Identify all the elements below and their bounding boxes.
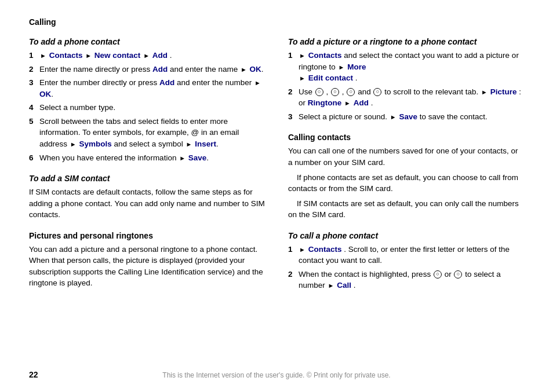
picture-keyword: Picture xyxy=(490,87,517,96)
step-2: 2 Enter the name directly or press Add a… xyxy=(29,64,265,75)
arrow-icon: ► xyxy=(70,141,77,148)
step-4: 4 Select a number type. xyxy=(29,102,265,113)
nav-button-4: ○ xyxy=(373,88,381,96)
edit-contact-keyword: Edit contact xyxy=(308,74,353,82)
arrow-icon: ► xyxy=(299,52,305,59)
arrow-icon: ► xyxy=(328,282,334,289)
ok-keyword: OK xyxy=(250,65,261,74)
call-button-2: ○ xyxy=(454,270,462,279)
section-title-add-picture: To add a picture or a ringtone to a phon… xyxy=(288,37,524,46)
sim-contact-text: If SIM contacts are default contacts, fo… xyxy=(29,186,265,221)
arrow-icon: ► xyxy=(299,75,305,82)
save-keyword: Save xyxy=(188,153,207,162)
arrow-icon: ► xyxy=(390,113,396,120)
call-phone-steps: 1 ► Contacts . Scroll to, or enter the f… xyxy=(288,244,524,291)
symbols-keyword: Symbols xyxy=(79,140,111,148)
arrow-icon: ► xyxy=(481,89,487,96)
pictures-ringtones-text: You can add a picture and a personal rin… xyxy=(29,244,265,289)
section-add-sim-contact: To add a SIM contact If SIM contacts are… xyxy=(29,174,265,221)
arrow-icon: ► xyxy=(186,141,192,148)
add-keyword: Add xyxy=(354,98,369,107)
add-keyword: Add xyxy=(152,51,168,60)
more-keyword: More xyxy=(347,63,366,71)
section-call-phone-contact: To call a phone contact 1 ► Contacts . S… xyxy=(288,231,524,291)
arrow-icon: ► xyxy=(241,66,247,73)
add-keyword: Add xyxy=(159,78,174,87)
picture-step-1: 1 ► Contacts and select the contact you … xyxy=(288,50,524,84)
nav-button-1: ○ xyxy=(315,88,323,96)
step-6: 6 When you have entered the information … xyxy=(29,152,265,164)
calling-contacts-p2: If phone contacts are set as default, yo… xyxy=(288,172,524,195)
call-step-2: 2 When the contact is highlighted, press… xyxy=(288,269,524,291)
step-3: 3 Enter the number directly or press Add… xyxy=(29,77,265,100)
step-5: 5 Scroll between the tabs and select fie… xyxy=(29,116,265,150)
calling-contacts-p3: If SIM contacts are set as default, you … xyxy=(288,198,524,221)
new-contact-keyword: New contact xyxy=(94,51,141,60)
ringtone-keyword: Ringtone xyxy=(308,98,342,107)
section-add-phone-contact: To add a phone contact 1 ► Contacts ► Ne… xyxy=(29,37,265,163)
arrow-icon: ► xyxy=(254,79,261,86)
call-keyword: Call xyxy=(337,281,351,290)
call-button-1: ○ xyxy=(434,270,442,279)
header-title: Calling xyxy=(29,17,56,27)
nav-button-2: ○ xyxy=(331,88,339,96)
page-header: Calling xyxy=(29,17,524,27)
ok-keyword: OK xyxy=(39,90,51,98)
section-title-add-sim: To add a SIM contact xyxy=(29,174,265,183)
picture-step-2: 2 Use ○ , ○ , ○ and ○ to scroll to the r… xyxy=(288,86,524,109)
arrow-icon: ► xyxy=(299,246,305,253)
add-keyword: Add xyxy=(152,65,168,74)
step-1: 1 ► Contacts ► New contact ► Add xyxy=(29,50,265,61)
arrow-icon: ► xyxy=(344,100,351,107)
page-footer: This is the Internet version of the user… xyxy=(0,371,553,379)
section-title-call-phone: To call a phone contact xyxy=(288,231,524,240)
section-title-add-phone: To add a phone contact xyxy=(29,37,265,46)
save-keyword: Save xyxy=(399,112,418,121)
contacts-keyword: Contacts xyxy=(308,245,342,254)
arrow-icon: ► xyxy=(179,155,185,162)
section-add-picture-ringtone: To add a picture or a ringtone to a phon… xyxy=(288,37,524,122)
arrow-icon: ► xyxy=(339,64,345,71)
section-calling-contacts: Calling contacts You can call one of the… xyxy=(288,133,524,220)
contacts-keyword: Contacts xyxy=(308,51,342,60)
right-column: To add a picture or a ringtone to a phon… xyxy=(288,37,524,302)
section-pictures-ringtones: Pictures and personal ringtones You can … xyxy=(29,231,265,289)
left-column: To add a phone contact 1 ► Contacts ► Ne… xyxy=(29,37,265,302)
add-picture-steps: 1 ► Contacts and select the contact you … xyxy=(288,50,524,122)
arrow-icon: ► xyxy=(143,52,150,59)
picture-step-3: 3 Select a picture or sound. ► Save to s… xyxy=(288,111,524,123)
section-title-calling: Calling contacts xyxy=(288,133,524,142)
footer-text: This is the Internet version of the user… xyxy=(162,371,390,379)
add-phone-steps: 1 ► Contacts ► New contact ► Add xyxy=(29,50,265,163)
page: Calling To add a phone contact 1 ► Conta… xyxy=(0,0,553,331)
two-column-layout: To add a phone contact 1 ► Contacts ► Ne… xyxy=(29,37,524,302)
contacts-keyword: Contacts xyxy=(49,51,83,60)
section-title-pictures: Pictures and personal ringtones xyxy=(29,231,265,240)
arrow-icon: ► xyxy=(40,52,46,59)
calling-contacts-p1: You can call one of the numbers saved fo… xyxy=(288,145,524,168)
call-step-1: 1 ► Contacts . Scroll to, or enter the f… xyxy=(288,244,524,266)
nav-button-3: ○ xyxy=(347,88,355,96)
insert-keyword: Insert xyxy=(195,140,216,148)
arrow-icon: ► xyxy=(85,52,92,59)
